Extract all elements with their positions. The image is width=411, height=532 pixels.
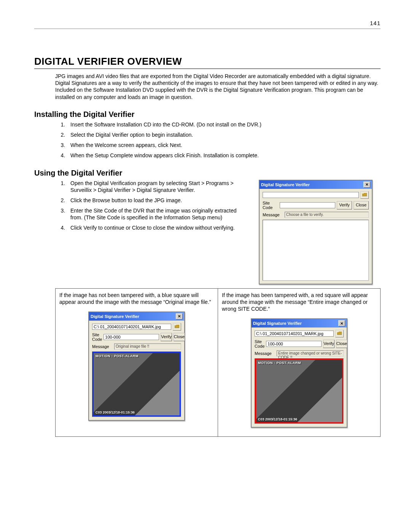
close-button[interactable]: Close <box>336 340 347 348</box>
list-item: Click Verify to continue or Close to clo… <box>67 224 247 231</box>
sitecode-input[interactable] <box>280 202 335 208</box>
header-rule <box>34 29 381 29</box>
file-path-input[interactable] <box>263 192 359 198</box>
preview-area-empty <box>263 220 369 281</box>
browse-button[interactable] <box>360 191 369 199</box>
file-path-input[interactable] <box>255 331 334 337</box>
verify-button[interactable]: Verify <box>161 333 172 341</box>
using-steps-list: Open the Digital Verification program by… <box>55 180 247 232</box>
preview-image-ok: MOTION : POST-ALARM C03 2003/12/18-01:15… <box>92 352 181 417</box>
title-underline <box>34 69 381 69</box>
intro-paragraph: JPG images and AVI video files that are … <box>55 73 381 101</box>
overlay-top: MOTION : POST-ALARM <box>258 361 301 365</box>
browse-button[interactable] <box>335 330 344 337</box>
close-icon[interactable]: ✕ <box>363 182 370 188</box>
dialog-title: Digital Signature Verifier <box>261 182 310 187</box>
ok-caption: If the image has not been tampered with,… <box>59 292 214 305</box>
close-button[interactable]: Close <box>354 201 369 209</box>
page-title: DIGITAL VERIFIER OVERVIEW <box>34 56 381 67</box>
overlay-bottom: C03 2003/12/18-01:15:36 <box>96 411 135 414</box>
dialog-title: Digital Signature Verifier <box>91 314 139 319</box>
heading-using: Using the Digital Verifier <box>34 169 381 177</box>
verifier-dialog-bad: Digital Signature Verifier ✕ <box>251 318 347 428</box>
verifier-dialog-ok: Digital Signature Verifier ✕ <box>88 312 185 421</box>
close-button[interactable]: Close <box>174 333 185 341</box>
sitecode-label: Site Code <box>92 332 102 342</box>
list-item: When the Welcome screen appears, click N… <box>67 142 381 149</box>
overlay-bottom: C03 2003/12/18-01:15:36 <box>258 417 297 421</box>
bad-caption: If the image has been tampered with, a r… <box>222 292 376 313</box>
sitecode-label: Site Code <box>255 339 264 348</box>
message-label: Message <box>255 351 275 356</box>
overlay-top: MOTION : POST-ALARM <box>96 354 139 358</box>
dialog-title: Digital Signature Verifier <box>253 321 302 326</box>
close-icon[interactable]: ✕ <box>338 320 345 326</box>
sitecode-input[interactable] <box>266 341 322 347</box>
message-box: Entire image changed or wrong SITE-CODE … <box>277 350 344 356</box>
list-item: Open the Digital Verification program by… <box>67 180 247 193</box>
message-label: Message <box>263 212 283 217</box>
list-item: Select the Digital Verifier option to be… <box>67 131 381 138</box>
message-box: Choose a file to verify. <box>285 212 369 218</box>
verify-button[interactable]: Verify <box>323 340 335 348</box>
list-item: Enter the Site Code of the DVR that the … <box>67 207 247 221</box>
comparison-table: If the image has not been tampered with,… <box>55 288 381 437</box>
close-icon[interactable]: ✕ <box>176 313 183 320</box>
file-path-input[interactable] <box>92 324 171 330</box>
list-item: Insert the Software Installation CD into… <box>67 121 381 128</box>
preview-image-bad: MOTION : POST-ALARM C03 2003/12/18-01:15… <box>255 359 343 423</box>
sitecode-input[interactable] <box>104 334 159 340</box>
sitecode-label: Site Code <box>263 201 278 210</box>
heading-install: Installing the Digital Verifier <box>34 110 381 119</box>
install-steps-list: Insert the Software Installation CD into… <box>55 121 381 159</box>
message-label: Message <box>92 344 113 349</box>
verifier-dialog-empty: Digital Signature Verifier ✕ Site Code V… <box>259 180 373 284</box>
list-item: Click the Browse button to load the JPG … <box>67 197 247 204</box>
list-item: When the Setup Complete window appears c… <box>67 152 381 159</box>
page-number: 141 <box>370 20 381 26</box>
browse-button[interactable] <box>173 323 181 331</box>
message-box: Original image file !! <box>114 343 181 350</box>
verify-button[interactable]: Verify <box>337 201 352 209</box>
